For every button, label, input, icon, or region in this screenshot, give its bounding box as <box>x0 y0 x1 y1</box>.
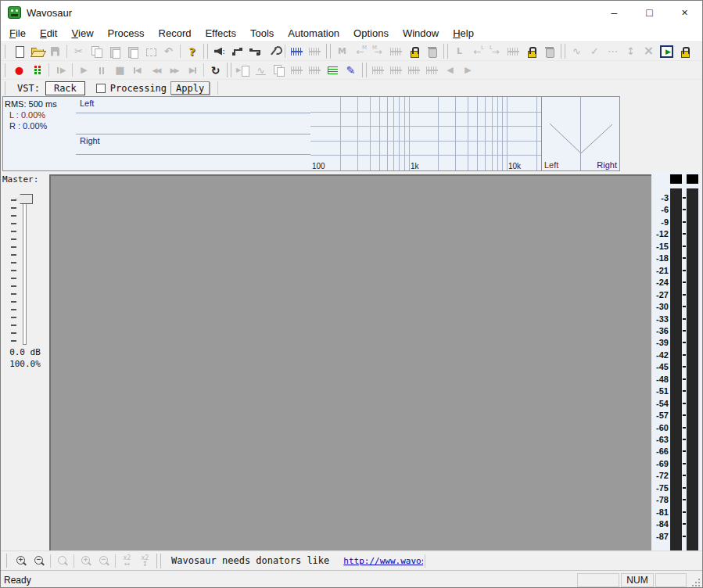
toolbar-grip[interactable] <box>5 81 7 95</box>
zoom-x2-vertical-button[interactable] <box>136 552 154 569</box>
menu-edit[interactable]: Edit <box>33 24 64 41</box>
pause-button[interactable] <box>93 62 111 79</box>
maximize-button[interactable]: □ <box>632 1 667 24</box>
waveform-view-alt-button[interactable] <box>306 43 324 60</box>
help-button[interactable] <box>183 43 201 60</box>
open-file-button[interactable] <box>28 43 46 60</box>
waveform-tools-button[interactable] <box>288 62 306 79</box>
go-to-start-button[interactable] <box>129 62 147 79</box>
menu-window[interactable]: Window <box>396 24 446 41</box>
insert-to-playlist-button[interactable] <box>234 62 252 79</box>
menu-view[interactable]: View <box>64 24 100 41</box>
wave-shift-left-button[interactable] <box>387 62 405 79</box>
settings-wrench-button[interactable] <box>264 43 282 60</box>
play-from-cursor-button[interactable] <box>52 62 70 79</box>
zoom-in-button[interactable] <box>12 552 30 569</box>
delete-envelope-points-button[interactable] <box>640 43 658 60</box>
delete-markers-button[interactable] <box>423 43 441 60</box>
previous-marker-button[interactable] <box>351 43 369 60</box>
fast-forward-button[interactable] <box>165 62 183 79</box>
spectrum-gridline <box>455 97 456 170</box>
toolbar-separator <box>217 81 218 95</box>
toolbar-grip[interactable] <box>5 63 7 77</box>
stop-button[interactable] <box>111 62 129 79</box>
copy-button[interactable] <box>88 43 106 60</box>
normalize-button[interactable] <box>306 62 324 79</box>
io-routing-button[interactable] <box>246 43 264 60</box>
zoom-vertical-in-button[interactable] <box>77 552 95 569</box>
cable-routing-button[interactable] <box>228 43 246 60</box>
donate-link[interactable]: http://www.wavosaur.co <box>343 556 423 566</box>
master-slider-thumb[interactable] <box>16 194 33 204</box>
paste-button[interactable] <box>106 43 124 60</box>
toolbar-grip[interactable] <box>6 554 9 568</box>
marker-icon <box>335 45 349 58</box>
wave-expand-button[interactable] <box>369 62 387 79</box>
lock-loop-points-button[interactable] <box>522 43 540 60</box>
zoom-vertical-out-button[interactable] <box>95 552 113 569</box>
input-monitoring-button[interactable] <box>28 62 46 79</box>
vst-bar: VST: Rack Processing Apply <box>1 79 702 96</box>
play-button[interactable] <box>75 62 93 79</box>
marker-button[interactable] <box>333 43 351 60</box>
spectrum-gridline <box>536 97 537 170</box>
menu-record[interactable]: Record <box>152 24 199 41</box>
cursor-right-button[interactable] <box>459 62 477 79</box>
menu-process[interactable]: Process <box>101 24 152 41</box>
markers-on-wave-button[interactable] <box>387 43 405 60</box>
pen-edit-button[interactable] <box>342 62 360 79</box>
cursor-left-button[interactable] <box>441 62 459 79</box>
audio-device-config-button[interactable] <box>210 43 228 60</box>
spectrum-gridline <box>399 97 400 170</box>
zoom-out-button[interactable] <box>30 552 48 569</box>
close-button[interactable]: × <box>667 1 702 24</box>
menu-effects[interactable]: Effects <box>198 24 243 41</box>
zoom-x2-horizontal-button[interactable] <box>118 552 136 569</box>
wave-join-button[interactable] <box>423 62 441 79</box>
wave-shift-right-button[interactable] <box>405 62 423 79</box>
left-channel-label: Left <box>76 97 310 113</box>
menu-automation[interactable]: Automation <box>281 24 346 41</box>
next-loop-point-button[interactable] <box>486 43 504 60</box>
menu-tools[interactable]: Tools <box>243 24 281 41</box>
waveform-view-button[interactable] <box>288 43 306 60</box>
menu-file[interactable]: File <box>2 24 33 41</box>
resize-grip[interactable] <box>690 572 701 588</box>
record-button[interactable] <box>10 62 28 79</box>
apply-envelope-button[interactable] <box>586 43 604 60</box>
undo-button[interactable] <box>160 43 178 60</box>
vst-rack-button[interactable]: Rack <box>45 81 85 95</box>
master-slider-track[interactable] <box>23 196 27 345</box>
copy-to-new-window-button[interactable] <box>270 62 288 79</box>
menu-help[interactable]: Help <box>446 24 481 41</box>
processing-checkbox[interactable] <box>96 84 106 93</box>
minimize-button[interactable]: – <box>597 1 632 24</box>
loop-point-button[interactable] <box>450 43 468 60</box>
save-file-button[interactable] <box>46 43 64 60</box>
zoom-selection-button[interactable] <box>53 552 71 569</box>
cut-button[interactable] <box>70 43 88 60</box>
waveform-workspace[interactable] <box>49 174 651 550</box>
analysis-grid-button[interactable] <box>324 62 342 79</box>
lock-loop-points-icon <box>525 45 538 58</box>
loop-points-on-wave-button[interactable] <box>504 43 522 60</box>
delete-loop-points-button[interactable] <box>540 43 558 60</box>
menu-options[interactable]: Options <box>346 24 396 41</box>
play-envelope-button[interactable] <box>658 43 676 60</box>
statistics-button[interactable] <box>252 62 270 79</box>
trim-button[interactable] <box>142 43 160 60</box>
volume-envelope-button[interactable] <box>568 43 586 60</box>
previous-loop-point-button[interactable] <box>468 43 486 60</box>
next-marker-button[interactable] <box>369 43 387 60</box>
lock-envelope-button[interactable] <box>676 43 694 60</box>
lock-markers-button[interactable] <box>405 43 423 60</box>
go-to-end-button[interactable] <box>183 62 201 79</box>
paste-mix-button[interactable] <box>124 43 142 60</box>
envelope-vertical-zoom-button[interactable] <box>622 43 640 60</box>
rewind-button[interactable] <box>147 62 165 79</box>
vst-apply-button[interactable]: Apply <box>170 81 210 95</box>
new-file-button[interactable] <box>10 43 28 60</box>
toolbar-grip[interactable] <box>5 45 7 59</box>
loop-playback-button[interactable] <box>206 62 224 79</box>
envelope-interpolation-button[interactable] <box>604 43 622 60</box>
